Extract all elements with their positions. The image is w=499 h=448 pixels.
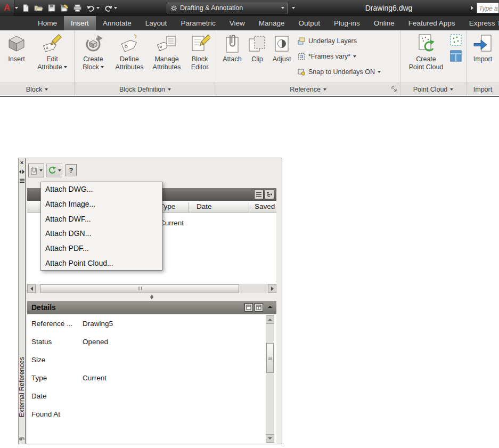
tab-plugins[interactable]: Plug-ins <box>327 16 367 30</box>
menu-item-attach-point-cloud[interactable]: Attach Point Cloud... <box>41 256 162 271</box>
edit-attribute-button[interactable]: Edit Attribute <box>33 32 71 71</box>
tree-view-button[interactable] <box>265 190 274 199</box>
snap-to-underlays-button[interactable]: Snap to Underlays ON <box>297 67 381 77</box>
attach-icon <box>222 33 242 54</box>
edit-attribute-label-1: Edit <box>46 55 58 63</box>
refresh-caret-icon[interactable] <box>58 169 61 172</box>
menu-item-attach-image[interactable]: Attach Image... <box>41 197 162 212</box>
undo-caret-icon[interactable] <box>96 7 100 9</box>
horizontal-scrollbar[interactable] <box>27 284 276 293</box>
reference-dialog-launcher-icon[interactable] <box>391 86 397 94</box>
footer-block[interactable]: Block <box>0 83 75 95</box>
menu-item-attach-pdf[interactable]: Attach PDF... <box>41 241 162 256</box>
underlay-layers-button[interactable]: Underlay Layers <box>297 36 357 46</box>
details-preview-button[interactable] <box>244 303 253 312</box>
attach-xref-split-button[interactable] <box>28 164 44 177</box>
redo-caret-icon[interactable] <box>114 7 117 9</box>
frames-vary-caret-icon <box>353 55 356 58</box>
vertical-scroll-thumb[interactable] <box>266 343 274 373</box>
details-row-date: Date <box>31 392 83 400</box>
details-collapse-icon[interactable] <box>268 306 272 308</box>
column-date[interactable]: Date <box>197 202 212 210</box>
help-button[interactable]: ? <box>66 164 77 176</box>
footer-import[interactable]: Import <box>467 83 499 95</box>
refresh-split-button[interactable] <box>46 164 62 177</box>
tab-annotate[interactable]: Annotate <box>96 16 138 30</box>
scroll-up-button[interactable] <box>266 315 274 324</box>
clip-button[interactable]: Clip <box>247 32 267 63</box>
title-bar: A <box>0 0 499 16</box>
undo-button[interactable] <box>86 4 100 12</box>
scroll-right-button[interactable] <box>268 284 276 293</box>
ribbon-panel-footers: Block Block Definition Reference Point C… <box>0 83 499 95</box>
adjust-label: Adjust <box>273 55 291 63</box>
import-button[interactable]: Import <box>470 32 495 63</box>
point-cloud-window-button[interactable] <box>449 50 462 64</box>
footer-block-definition[interactable]: Block Definition <box>75 83 216 95</box>
tab-online[interactable]: Online <box>367 16 402 30</box>
clip-icon <box>247 33 267 54</box>
qat-customize-caret-icon[interactable] <box>292 7 295 9</box>
scroll-down-button[interactable] <box>266 434 274 443</box>
tab-express-tools[interactable]: Express Tools <box>462 16 499 30</box>
horizontal-scroll-thumb[interactable] <box>40 284 239 292</box>
details-row-found-at: Found At <box>31 410 83 418</box>
details-pane-button[interactable] <box>255 303 263 312</box>
insert-block-button[interactable]: Insert <box>3 32 30 63</box>
attach-xref-caret-icon[interactable] <box>39 169 43 172</box>
tab-view[interactable]: View <box>223 16 252 30</box>
create-block-button[interactable]: Create Block <box>78 32 109 71</box>
block-editor-button[interactable]: Block Editor <box>186 32 213 71</box>
palette-menu-icon <box>20 178 24 183</box>
define-attributes-button[interactable]: Define Attributes <box>112 32 147 71</box>
tab-insert[interactable]: Insert <box>64 16 96 30</box>
adjust-icon <box>272 33 292 54</box>
infocenter-arrow-icon[interactable] <box>471 6 473 10</box>
column-saved[interactable]: Saved Path <box>255 202 276 210</box>
tab-featured-apps[interactable]: Featured Apps <box>402 16 462 30</box>
autohide-pin-icon <box>19 169 24 174</box>
palette-autohide-button[interactable] <box>19 169 25 174</box>
attach-dropdown-menu: Attach DWG... Attach Image... Attach DWF… <box>40 182 162 271</box>
footer-point-cloud[interactable]: Point Cloud <box>400 83 467 95</box>
plot-button[interactable] <box>73 4 82 12</box>
tab-layout[interactable]: Layout <box>138 16 174 30</box>
document-title: Drawing6.dwg <box>341 0 437 16</box>
footer-reference[interactable]: Reference <box>216 83 400 95</box>
ribbon-bottom-edge <box>0 96 499 97</box>
save-button[interactable] <box>47 4 56 12</box>
new-file-button[interactable] <box>21 4 30 12</box>
insert-label: Insert <box>8 55 24 63</box>
vertical-scrollbar[interactable] <box>266 315 274 443</box>
tab-output[interactable]: Output <box>291 16 327 30</box>
app-menu-caret-icon[interactable] <box>15 7 18 9</box>
menu-item-attach-dwf[interactable]: Attach DWF... <box>41 212 162 227</box>
palette-title-vertical: External References <box>19 340 25 434</box>
define-attributes-icon <box>119 33 140 54</box>
point-cloud-attach-button[interactable] <box>449 34 462 48</box>
frames-vary-button[interactable]: *Frames vary* <box>297 51 356 62</box>
details-pane-icon <box>256 305 261 310</box>
search-input[interactable] <box>477 4 499 13</box>
edit-attribute-caret-icon <box>64 66 67 68</box>
list-view-button[interactable] <box>254 190 264 199</box>
adjust-button[interactable]: Adjust <box>269 32 294 63</box>
palette-close-button[interactable]: × <box>19 159 25 166</box>
tab-parametric[interactable]: Parametric <box>174 16 222 30</box>
panel-splitter[interactable] <box>26 294 277 300</box>
tab-home[interactable]: Home <box>31 16 64 30</box>
open-file-button[interactable] <box>34 4 43 12</box>
menu-item-attach-dgn[interactable]: Attach DGN... <box>41 226 162 241</box>
app-logo[interactable]: A <box>0 0 14 16</box>
scroll-left-button[interactable] <box>27 284 36 293</box>
menu-item-attach-dwg[interactable]: Attach DWG... <box>41 182 162 197</box>
manage-attributes-button[interactable]: Manage Attributes <box>149 32 184 71</box>
save-as-button[interactable] <box>60 4 69 12</box>
workspace-switcher[interactable]: Drafting & Annotation <box>167 3 288 13</box>
attach-button[interactable]: Attach <box>219 32 245 63</box>
tab-manage[interactable]: Manage <box>252 16 292 30</box>
create-point-cloud-button[interactable]: Create Point Cloud <box>407 32 445 71</box>
redo-button[interactable] <box>104 4 117 12</box>
infocenter-search[interactable] <box>477 3 499 13</box>
palette-properties-button[interactable] <box>19 178 25 183</box>
